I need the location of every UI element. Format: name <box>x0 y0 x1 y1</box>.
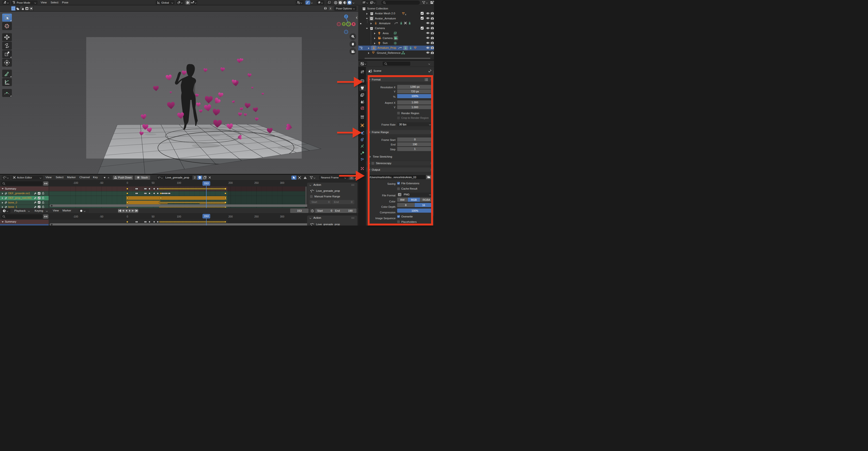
svg-text:X: X <box>353 23 354 25</box>
svg-text:Y: Y <box>343 23 345 25</box>
svg-text:Z: Z <box>345 15 347 18</box>
